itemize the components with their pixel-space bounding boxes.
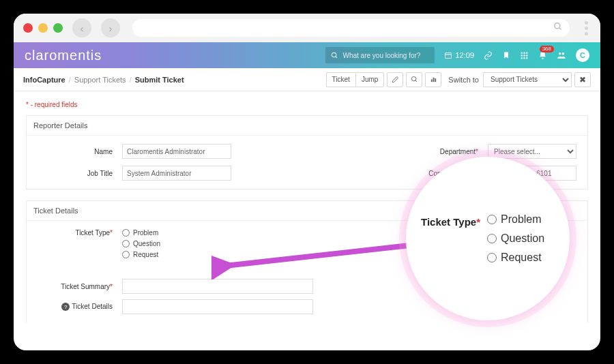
settings-button[interactable]: ✖ (574, 72, 591, 87)
help-icon: ? (61, 303, 70, 311)
logo[interactable]: claromentis (25, 48, 102, 63)
browser-menu-icon[interactable] (582, 21, 591, 35)
summary-label: Ticket Summary* (38, 283, 113, 290)
svg-point-15 (542, 57, 543, 59)
switch-select[interactable]: Support Tickets (483, 72, 572, 87)
required-note: * - required fields (26, 101, 588, 108)
radio-request[interactable]: Request (122, 251, 259, 258)
department-select[interactable]: Please select... (488, 144, 576, 159)
details-label: ?Ticket Details (38, 303, 113, 312)
svg-rect-9 (521, 55, 523, 56)
edit-button[interactable] (387, 72, 403, 87)
jobtitle-field[interactable] (122, 166, 231, 181)
radio-problem[interactable]: Problem (122, 229, 259, 237)
svg-line-3 (336, 56, 337, 57)
svg-rect-12 (521, 57, 523, 59)
ticket-type-group: Problem Question Request (122, 229, 259, 258)
window-max-icon[interactable] (53, 23, 63, 33)
crumb-leaf: Submit Ticket (135, 76, 184, 84)
svg-rect-7 (523, 52, 525, 53)
ticket-label: Ticket (326, 72, 355, 87)
svg-point-17 (562, 52, 565, 55)
switch-to-label: Switch to (448, 76, 479, 84)
svg-rect-4 (445, 53, 452, 59)
crumb-root[interactable]: InfoCapture (23, 76, 65, 84)
svg-rect-10 (523, 55, 525, 56)
toolbar: InfoCapture / Support Tickets / Submit T… (14, 68, 600, 91)
zoom-radio-problem[interactable]: Problem (487, 213, 544, 226)
name-label: Name (38, 148, 113, 155)
zoom-radio-request[interactable]: Request (487, 252, 544, 264)
crumb-mid[interactable]: Support Tickets (74, 76, 126, 84)
chart-button[interactable] (425, 72, 441, 87)
bell-icon[interactable]: 368 (538, 51, 547, 60)
svg-rect-13 (523, 57, 525, 59)
svg-rect-21 (433, 78, 434, 82)
window-min-icon[interactable] (38, 23, 48, 33)
svg-rect-22 (435, 78, 436, 82)
jump-button[interactable]: Jump (355, 72, 384, 87)
radio-question[interactable]: Question (122, 240, 259, 247)
zoom-type-label: Ticket Type* (421, 216, 480, 228)
svg-line-19 (415, 80, 417, 82)
global-search[interactable]: What are you looking for? (325, 47, 435, 63)
summary-field[interactable] (122, 279, 313, 294)
svg-rect-6 (521, 52, 523, 53)
reporter-heading: Reporter Details (27, 116, 587, 136)
svg-line-1 (559, 28, 561, 30)
svg-point-16 (559, 52, 561, 55)
search-placeholder: What are you looking for? (342, 52, 420, 59)
bookmark-icon[interactable] (502, 51, 510, 59)
zoom-callout: Ticket Type* Problem Question Request (406, 157, 570, 320)
titlebar: ‹ › (14, 14, 600, 42)
clock[interactable]: 12:09 (444, 51, 474, 59)
url-bar[interactable] (132, 19, 570, 37)
users-icon[interactable] (557, 50, 566, 60)
svg-rect-20 (431, 80, 433, 82)
app-header: claromentis What are you looking for? 12… (14, 42, 600, 68)
jobtitle-label: Job Title (38, 170, 113, 177)
avatar[interactable]: C (576, 48, 589, 62)
search-button[interactable] (406, 72, 422, 87)
details-field[interactable] (122, 299, 313, 314)
window-close-icon[interactable] (23, 23, 33, 33)
svg-rect-11 (526, 55, 527, 56)
search-icon (553, 22, 563, 34)
svg-rect-14 (526, 57, 527, 59)
apps-icon[interactable] (520, 51, 529, 60)
svg-point-2 (332, 52, 336, 57)
svg-point-18 (411, 76, 415, 80)
notif-badge: 368 (540, 46, 554, 52)
name-field[interactable] (122, 144, 231, 159)
department-label: Department* (410, 148, 478, 155)
forward-button[interactable]: › (101, 18, 120, 37)
zoom-radio-question[interactable]: Question (487, 232, 544, 245)
svg-point-0 (555, 23, 560, 29)
back-button[interactable]: ‹ (72, 18, 91, 37)
ticket-type-label: Ticket Type* (38, 229, 113, 237)
svg-rect-8 (526, 52, 527, 53)
link-icon[interactable] (484, 51, 493, 60)
